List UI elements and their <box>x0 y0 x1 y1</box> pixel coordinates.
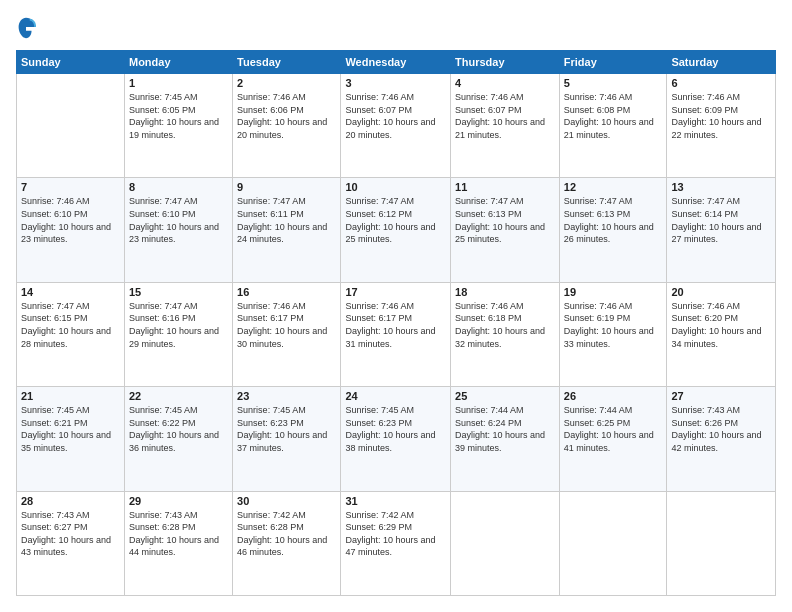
weekday-header-saturday: Saturday <box>667 51 776 74</box>
day-info: Sunrise: 7:47 AMSunset: 6:13 PMDaylight:… <box>564 195 663 245</box>
day-cell: 4Sunrise: 7:46 AMSunset: 6:07 PMDaylight… <box>451 74 560 178</box>
day-info: Sunrise: 7:45 AMSunset: 6:21 PMDaylight:… <box>21 404 120 454</box>
day-cell: 8Sunrise: 7:47 AMSunset: 6:10 PMDaylight… <box>124 178 232 282</box>
day-number: 4 <box>455 77 555 89</box>
day-cell: 24Sunrise: 7:45 AMSunset: 6:23 PMDayligh… <box>341 387 451 491</box>
day-number: 1 <box>129 77 228 89</box>
day-info: Sunrise: 7:46 AMSunset: 6:09 PMDaylight:… <box>671 91 771 141</box>
day-number: 24 <box>345 390 446 402</box>
day-info: Sunrise: 7:47 AMSunset: 6:14 PMDaylight:… <box>671 195 771 245</box>
day-cell: 20Sunrise: 7:46 AMSunset: 6:20 PMDayligh… <box>667 282 776 386</box>
day-number: 28 <box>21 495 120 507</box>
day-number: 30 <box>237 495 336 507</box>
day-cell: 14Sunrise: 7:47 AMSunset: 6:15 PMDayligh… <box>17 282 125 386</box>
day-cell: 13Sunrise: 7:47 AMSunset: 6:14 PMDayligh… <box>667 178 776 282</box>
week-row-4: 21Sunrise: 7:45 AMSunset: 6:21 PMDayligh… <box>17 387 776 491</box>
day-info: Sunrise: 7:47 AMSunset: 6:11 PMDaylight:… <box>237 195 336 245</box>
day-info: Sunrise: 7:44 AMSunset: 6:25 PMDaylight:… <box>564 404 663 454</box>
day-info: Sunrise: 7:42 AMSunset: 6:28 PMDaylight:… <box>237 509 336 559</box>
day-info: Sunrise: 7:47 AMSunset: 6:12 PMDaylight:… <box>345 195 446 245</box>
weekday-header-friday: Friday <box>559 51 667 74</box>
day-number: 12 <box>564 181 663 193</box>
day-number: 22 <box>129 390 228 402</box>
day-cell <box>451 491 560 595</box>
day-number: 13 <box>671 181 771 193</box>
day-info: Sunrise: 7:43 AMSunset: 6:26 PMDaylight:… <box>671 404 771 454</box>
day-number: 19 <box>564 286 663 298</box>
day-cell: 3Sunrise: 7:46 AMSunset: 6:07 PMDaylight… <box>341 74 451 178</box>
day-info: Sunrise: 7:44 AMSunset: 6:24 PMDaylight:… <box>455 404 555 454</box>
day-number: 11 <box>455 181 555 193</box>
weekday-header-row: SundayMondayTuesdayWednesdayThursdayFrid… <box>17 51 776 74</box>
day-info: Sunrise: 7:46 AMSunset: 6:17 PMDaylight:… <box>345 300 446 350</box>
day-cell: 22Sunrise: 7:45 AMSunset: 6:22 PMDayligh… <box>124 387 232 491</box>
day-cell: 7Sunrise: 7:46 AMSunset: 6:10 PMDaylight… <box>17 178 125 282</box>
weekday-header-sunday: Sunday <box>17 51 125 74</box>
day-number: 16 <box>237 286 336 298</box>
week-row-3: 14Sunrise: 7:47 AMSunset: 6:15 PMDayligh… <box>17 282 776 386</box>
day-number: 5 <box>564 77 663 89</box>
day-number: 18 <box>455 286 555 298</box>
day-info: Sunrise: 7:46 AMSunset: 6:10 PMDaylight:… <box>21 195 120 245</box>
day-number: 6 <box>671 77 771 89</box>
day-cell: 2Sunrise: 7:46 AMSunset: 6:06 PMDaylight… <box>233 74 341 178</box>
day-number: 20 <box>671 286 771 298</box>
calendar-table: SundayMondayTuesdayWednesdayThursdayFrid… <box>16 50 776 596</box>
day-number: 31 <box>345 495 446 507</box>
day-number: 15 <box>129 286 228 298</box>
day-cell: 5Sunrise: 7:46 AMSunset: 6:08 PMDaylight… <box>559 74 667 178</box>
day-info: Sunrise: 7:43 AMSunset: 6:28 PMDaylight:… <box>129 509 228 559</box>
day-number: 25 <box>455 390 555 402</box>
day-cell: 25Sunrise: 7:44 AMSunset: 6:24 PMDayligh… <box>451 387 560 491</box>
day-info: Sunrise: 7:45 AMSunset: 6:23 PMDaylight:… <box>237 404 336 454</box>
day-cell: 15Sunrise: 7:47 AMSunset: 6:16 PMDayligh… <box>124 282 232 386</box>
page: SundayMondayTuesdayWednesdayThursdayFrid… <box>0 0 792 612</box>
day-info: Sunrise: 7:43 AMSunset: 6:27 PMDaylight:… <box>21 509 120 559</box>
day-cell: 19Sunrise: 7:46 AMSunset: 6:19 PMDayligh… <box>559 282 667 386</box>
day-number: 29 <box>129 495 228 507</box>
week-row-5: 28Sunrise: 7:43 AMSunset: 6:27 PMDayligh… <box>17 491 776 595</box>
day-number: 3 <box>345 77 446 89</box>
day-number: 26 <box>564 390 663 402</box>
logo-icon <box>16 16 36 40</box>
day-number: 7 <box>21 181 120 193</box>
weekday-header-thursday: Thursday <box>451 51 560 74</box>
day-cell: 21Sunrise: 7:45 AMSunset: 6:21 PMDayligh… <box>17 387 125 491</box>
day-info: Sunrise: 7:46 AMSunset: 6:20 PMDaylight:… <box>671 300 771 350</box>
week-row-1: 1Sunrise: 7:45 AMSunset: 6:05 PMDaylight… <box>17 74 776 178</box>
day-cell: 28Sunrise: 7:43 AMSunset: 6:27 PMDayligh… <box>17 491 125 595</box>
day-cell: 1Sunrise: 7:45 AMSunset: 6:05 PMDaylight… <box>124 74 232 178</box>
day-cell: 17Sunrise: 7:46 AMSunset: 6:17 PMDayligh… <box>341 282 451 386</box>
day-info: Sunrise: 7:46 AMSunset: 6:19 PMDaylight:… <box>564 300 663 350</box>
day-cell: 11Sunrise: 7:47 AMSunset: 6:13 PMDayligh… <box>451 178 560 282</box>
day-cell: 30Sunrise: 7:42 AMSunset: 6:28 PMDayligh… <box>233 491 341 595</box>
weekday-header-wednesday: Wednesday <box>341 51 451 74</box>
day-cell <box>559 491 667 595</box>
logo <box>16 16 38 40</box>
day-number: 27 <box>671 390 771 402</box>
day-cell: 26Sunrise: 7:44 AMSunset: 6:25 PMDayligh… <box>559 387 667 491</box>
day-cell <box>17 74 125 178</box>
day-info: Sunrise: 7:45 AMSunset: 6:23 PMDaylight:… <box>345 404 446 454</box>
week-row-2: 7Sunrise: 7:46 AMSunset: 6:10 PMDaylight… <box>17 178 776 282</box>
day-info: Sunrise: 7:46 AMSunset: 6:07 PMDaylight:… <box>455 91 555 141</box>
day-info: Sunrise: 7:47 AMSunset: 6:15 PMDaylight:… <box>21 300 120 350</box>
day-info: Sunrise: 7:46 AMSunset: 6:07 PMDaylight:… <box>345 91 446 141</box>
day-cell: 6Sunrise: 7:46 AMSunset: 6:09 PMDaylight… <box>667 74 776 178</box>
day-number: 23 <box>237 390 336 402</box>
day-info: Sunrise: 7:46 AMSunset: 6:06 PMDaylight:… <box>237 91 336 141</box>
day-cell: 29Sunrise: 7:43 AMSunset: 6:28 PMDayligh… <box>124 491 232 595</box>
day-cell: 27Sunrise: 7:43 AMSunset: 6:26 PMDayligh… <box>667 387 776 491</box>
day-cell: 31Sunrise: 7:42 AMSunset: 6:29 PMDayligh… <box>341 491 451 595</box>
day-cell: 18Sunrise: 7:46 AMSunset: 6:18 PMDayligh… <box>451 282 560 386</box>
day-number: 21 <box>21 390 120 402</box>
day-number: 2 <box>237 77 336 89</box>
weekday-header-tuesday: Tuesday <box>233 51 341 74</box>
day-info: Sunrise: 7:45 AMSunset: 6:22 PMDaylight:… <box>129 404 228 454</box>
day-number: 17 <box>345 286 446 298</box>
day-cell: 9Sunrise: 7:47 AMSunset: 6:11 PMDaylight… <box>233 178 341 282</box>
day-info: Sunrise: 7:46 AMSunset: 6:08 PMDaylight:… <box>564 91 663 141</box>
weekday-header-monday: Monday <box>124 51 232 74</box>
day-info: Sunrise: 7:46 AMSunset: 6:17 PMDaylight:… <box>237 300 336 350</box>
day-number: 9 <box>237 181 336 193</box>
